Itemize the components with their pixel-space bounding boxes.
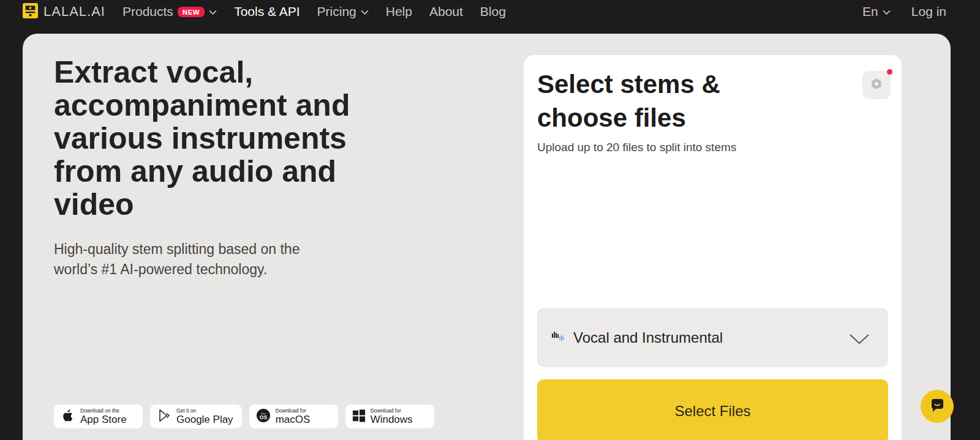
stem-type-dropdown[interactable]: Vocal and Instrumental	[537, 308, 888, 367]
hero-title: Extract vocal, accompaniment and various…	[54, 56, 350, 221]
nav-item-label: Products	[123, 4, 173, 19]
hero-title-line: accompaniment and	[54, 89, 350, 122]
nav-item-help[interactable]: Help	[386, 4, 412, 19]
nav-item-label: Tools & API	[234, 4, 300, 19]
nav-item-about[interactable]: About	[429, 4, 463, 19]
upload-card-subtitle: Upload up to 20 files to split into stem…	[537, 141, 736, 154]
badge-store-name: macOS	[276, 414, 311, 425]
lalal-logo-icon	[23, 3, 38, 21]
language-selector[interactable]: En	[862, 4, 891, 19]
stems-waveform-icon	[549, 327, 568, 348]
upload-card-title-line: Select stems &	[537, 67, 720, 101]
chevron-down-icon	[209, 10, 217, 15]
upload-card-title-line: choose files	[537, 101, 720, 135]
settings-button[interactable]	[862, 71, 891, 99]
upload-card: Select stems & choose files Upload up to…	[524, 55, 902, 440]
new-badge: NEW	[178, 7, 205, 17]
nav-item-tools-api[interactable]: Tools & API	[234, 4, 300, 19]
badge-tagline: Download on the	[80, 408, 127, 414]
login-label: Log in	[911, 4, 946, 19]
chevron-down-icon	[361, 10, 369, 15]
nav-item-products[interactable]: Products NEW	[123, 4, 217, 19]
login-button[interactable]: Log in	[911, 4, 946, 19]
badge-tagline: Download for	[371, 408, 413, 414]
stem-type-value: Vocal and Instrumental	[573, 329, 723, 346]
main-panel: Extract vocal, accompaniment and various…	[23, 34, 951, 440]
select-files-button[interactable]: Select Files	[537, 379, 888, 440]
google-play-icon	[157, 408, 172, 425]
hero-subtitle: High-quality stem splitting based on the…	[54, 239, 300, 280]
main-nav: Products NEW Tools & API Pricing Help Ab…	[123, 4, 506, 19]
windows-badge[interactable]: Download for Windows	[345, 405, 434, 428]
nav-item-label: Blog	[480, 4, 506, 19]
select-files-label: Select Files	[674, 403, 750, 420]
badge-tagline: Get it on	[176, 408, 233, 414]
apple-icon	[61, 408, 75, 425]
badge-store-name: Google Play	[176, 414, 233, 425]
nav-item-label: Pricing	[317, 4, 356, 19]
nav-item-blog[interactable]: Blog	[480, 4, 506, 19]
app-store-badge[interactable]: Download on the App Store	[54, 405, 143, 428]
chat-bubble-icon	[929, 397, 946, 416]
hero-subtitle-line: world’s #1 AI-powered technology.	[54, 261, 267, 277]
badge-store-name: Windows	[371, 414, 413, 425]
hero-title-line: various instruments	[54, 122, 350, 155]
windows-icon	[352, 409, 366, 425]
hero-subtitle-line: High-quality stem splitting based on the	[54, 241, 300, 257]
top-navigation-bar: LALAL.AI Products NEW Tools & API Pricin…	[0, 0, 980, 23]
upload-card-title: Select stems & choose files	[537, 67, 720, 135]
google-play-badge[interactable]: Get it on Google Play	[150, 405, 242, 428]
hero-title-line: from any audio and	[54, 155, 350, 188]
brand-name: LALAL.AI	[43, 4, 105, 20]
chat-launcher-button[interactable]	[921, 390, 954, 423]
hero-title-line: video	[54, 188, 350, 221]
brand-logo[interactable]: LALAL.AI	[23, 3, 105, 21]
nav-item-label: Help	[386, 4, 412, 19]
store-badges-row: Download on the App Store Get it on Goog…	[54, 405, 434, 428]
notification-dot	[887, 69, 892, 75]
svg-text:OS: OS	[259, 414, 267, 420]
chevron-down-icon	[849, 334, 870, 345]
language-label: En	[862, 4, 878, 19]
nav-item-pricing[interactable]: Pricing	[317, 4, 369, 19]
nav-item-label: About	[429, 4, 463, 19]
chevron-down-icon	[883, 10, 891, 15]
macos-badge[interactable]: mac OS Download for macOS	[249, 405, 338, 428]
badge-tagline: Download for	[276, 408, 311, 414]
badge-store-name: App Store	[80, 414, 127, 425]
hero-title-line: Extract vocal,	[54, 56, 350, 89]
macos-icon: mac OS	[256, 408, 271, 425]
settings-nut-icon	[869, 76, 884, 94]
